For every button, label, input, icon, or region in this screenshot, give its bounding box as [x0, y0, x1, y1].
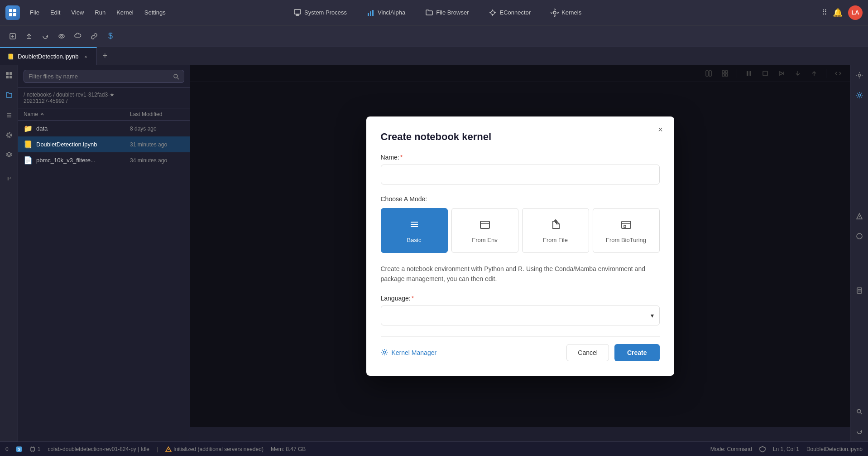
search-input[interactable]	[29, 73, 169, 80]
status-bar: 0 S 1 colab-doubletdetection-rev01-824-p…	[0, 441, 868, 456]
grid-apps-button[interactable]: ⠿	[822, 8, 827, 17]
dialog-close-button[interactable]: ×	[654, 124, 667, 136]
language-select[interactable]: ▾	[381, 306, 660, 325]
notebook-content: Processing × Create notebook kernel Name…	[190, 65, 850, 441]
avatar[interactable]: LA	[848, 5, 863, 20]
create-kernel-dialog: × Create notebook kernel Name:* Choose A…	[366, 116, 674, 376]
econnector-label: EConnector	[499, 9, 531, 16]
file-time-label: 8 days ago	[130, 126, 184, 132]
second-toolbar: $	[0, 25, 868, 47]
svg-rect-27	[6, 72, 9, 75]
file-browser-label: File Browser	[436, 9, 469, 16]
top-tool-kernels[interactable]: Kernels	[546, 7, 586, 19]
name-required-star: *	[400, 154, 403, 161]
mode-option-from-file[interactable]: From File	[522, 208, 589, 253]
right-icon-circle[interactable]	[853, 230, 866, 243]
status-initialized: Initialized (additional servers needed)	[165, 446, 264, 452]
mode-label-from-env: From Env	[472, 237, 497, 243]
notification-button[interactable]: 🔔	[833, 8, 843, 18]
menu-edit[interactable]: Edit	[46, 7, 65, 18]
name-input[interactable]	[381, 165, 660, 184]
mode-icon-from-file	[548, 218, 563, 232]
svg-rect-7	[368, 13, 369, 16]
right-icon-settings[interactable]	[853, 69, 866, 82]
new-tab-button[interactable]: +	[97, 51, 113, 61]
main-content: IP / notebooks / doublet-rev1-312fad3-★ …	[0, 65, 868, 441]
sidebar-icon-files[interactable]	[3, 89, 15, 102]
svg-line-68	[860, 413, 862, 415]
file-item[interactable]: 📄 pbmc_10k_v3_filtere... 34 minutes ago	[18, 152, 190, 168]
menu-settings[interactable]: Settings	[140, 7, 170, 18]
svg-rect-64	[857, 288, 862, 293]
tab-close-button[interactable]: ×	[82, 53, 89, 60]
mode-label-from-file: From File	[543, 237, 568, 243]
create-button[interactable]: Create	[614, 344, 660, 361]
file-name-label: pbmc_10k_v3_filtere...	[36, 157, 126, 164]
mode-label: Choose A Mode:	[381, 195, 660, 203]
app-logo[interactable]	[5, 5, 20, 20]
file-type-icon: 📁	[24, 124, 33, 133]
system-process-label: System Process	[304, 9, 347, 16]
preview-button[interactable]	[54, 29, 69, 44]
menu-kernel[interactable]: Kernel	[112, 7, 138, 18]
svg-point-26	[61, 35, 62, 37]
file-item[interactable]: 📁 data 8 days ago	[18, 121, 190, 136]
menu-run[interactable]: Run	[90, 7, 110, 18]
right-icon-refresh[interactable]	[853, 425, 866, 438]
col-modified-header: Last Modified	[130, 111, 184, 117]
sidebar-icon-list[interactable]	[3, 109, 15, 121]
dialog-title: Create notebook kernel	[381, 131, 660, 143]
svg-rect-4	[294, 10, 301, 14]
file-item[interactable]: 📒 DoubletDetection.ipynb 31 minutes ago	[18, 136, 190, 152]
terminal-button[interactable]: $	[103, 29, 118, 44]
new-file-button[interactable]	[5, 29, 20, 44]
refresh-button[interactable]	[38, 29, 53, 44]
top-tool-file-browser[interactable]: File Browser	[421, 7, 473, 19]
svg-point-62	[859, 218, 859, 218]
dialog-actions: Cancel Create	[566, 344, 659, 361]
menu-view[interactable]: View	[67, 7, 88, 18]
right-icon-doc[interactable]	[853, 284, 866, 297]
search-icon	[173, 73, 179, 80]
svg-rect-1	[13, 9, 16, 12]
description-text: Create a notebook environment with Pytho…	[381, 264, 660, 284]
svg-point-10	[491, 11, 494, 15]
top-menubar: File Edit View Run Kernel Settings Syste…	[0, 0, 868, 25]
left-sidebar-icons: IP	[0, 65, 18, 441]
sidebar-icon-grid[interactable]	[3, 69, 15, 82]
upload-button[interactable]	[22, 29, 36, 44]
mode-icon-basic	[407, 218, 422, 232]
right-icon-gear2[interactable]	[853, 89, 866, 102]
notebook-tab[interactable]: 📒 DoubletDetection.ipynb ×	[0, 47, 97, 65]
mode-label-basic: Basic	[407, 237, 422, 243]
link-button[interactable]	[87, 29, 101, 44]
sidebar-icon-settings[interactable]	[3, 129, 15, 141]
cancel-button[interactable]: Cancel	[566, 344, 609, 361]
top-tool-econnector[interactable]: EConnector	[484, 7, 535, 19]
file-type-icon: 📄	[24, 156, 33, 165]
cloud-button[interactable]	[71, 29, 85, 44]
svg-point-34	[8, 134, 10, 136]
right-icon-search[interactable]	[853, 405, 866, 418]
svg-rect-8	[370, 11, 371, 16]
kernel-manager-link[interactable]: Kernel Manager	[381, 349, 437, 357]
mode-option-from-bioturing[interactable]: From BioTuring	[593, 208, 660, 253]
top-tool-vinci-alpha[interactable]: VinciAlpha	[362, 7, 410, 19]
mode-option-basic[interactable]: Basic	[381, 208, 448, 253]
mode-option-from-env[interactable]: From Env	[451, 208, 518, 253]
status-filename: DoubletDetection.ipynb	[806, 446, 863, 452]
name-label: Name:*	[381, 154, 660, 161]
kernels-icon	[551, 9, 559, 17]
right-icon-warning[interactable]	[853, 210, 866, 223]
menu-file[interactable]: File	[25, 7, 44, 18]
svg-point-25	[59, 34, 64, 38]
dialog-footer: Kernel Manager Cancel Create	[381, 336, 660, 361]
sidebar-icon-layers[interactable]	[3, 149, 15, 161]
status-s: S	[16, 446, 22, 452]
file-time-label: 31 minutes ago	[130, 141, 184, 148]
top-tool-system-process[interactable]: System Process	[289, 7, 351, 19]
status-cpu: 1	[29, 446, 41, 452]
file-browser-panel: / notebooks / doublet-rev1-312fad3-★ 202…	[18, 65, 190, 441]
language-required-star: *	[412, 295, 414, 302]
status-shield	[759, 446, 766, 452]
